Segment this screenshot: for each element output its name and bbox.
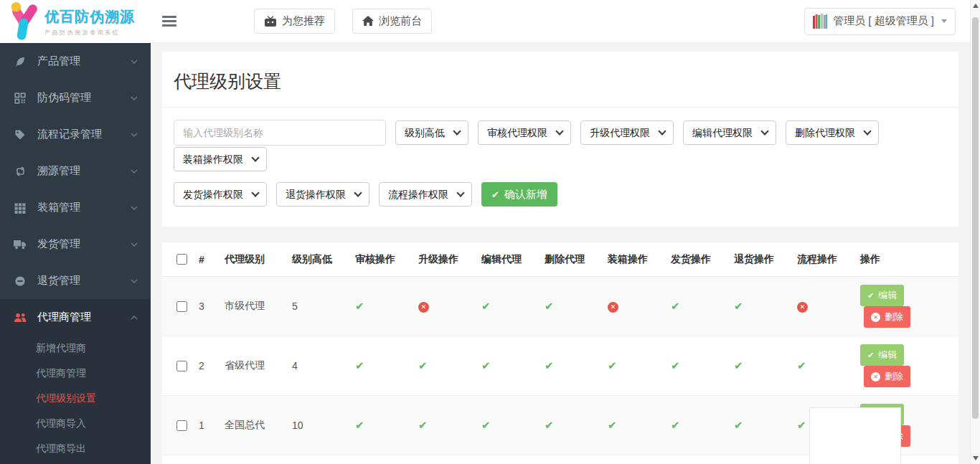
permission-granted-icon: ✔ xyxy=(355,359,364,371)
sidebar-item-agent-import[interactable]: 代理商导入 xyxy=(0,411,151,436)
confirm-add-button[interactable]: ✔ 确认新增 xyxy=(481,182,557,207)
permission-granted-icon: ✔ xyxy=(608,419,617,431)
edit-permission-select-wrap: 编辑代理权限 xyxy=(683,120,776,145)
qrcode-icon xyxy=(13,93,27,104)
level-rank: 5 xyxy=(288,277,351,336)
permission-granted-icon: ✔ xyxy=(418,359,428,371)
permission-granted-icon: ✔ xyxy=(734,359,743,371)
permission-granted-icon: ✔ xyxy=(608,359,617,371)
column-header: 升级操作 xyxy=(414,242,477,277)
sidebar-item-security-code-management[interactable]: 防伪码管理 xyxy=(0,80,151,116)
truck-icon xyxy=(13,240,27,250)
sidebar-item-process-record-management[interactable]: 流程记录管理 xyxy=(0,116,151,153)
page-title: 代理级别设置 xyxy=(162,52,958,107)
select-all-checkbox[interactable] xyxy=(176,254,187,265)
upgrade-permission-select-wrap: 升级代理权限 xyxy=(580,120,674,145)
row-id: 1 xyxy=(194,396,220,455)
edit-button[interactable]: ✔编辑 xyxy=(860,285,904,306)
filter-row-1: 级别高低审核代理权限升级代理权限编辑代理权限删除代理权限 xyxy=(174,120,947,146)
shipping-permission-select[interactable]: 发货操作权限 xyxy=(174,182,267,207)
sidebar-item-label: 退货管理 xyxy=(37,274,121,288)
sidebar-item-product-management[interactable]: 产品管理 xyxy=(0,43,151,80)
row-checkbox[interactable] xyxy=(176,420,187,431)
check-icon: ✔ xyxy=(867,351,874,360)
recommend-button[interactable]: 为您推荐 xyxy=(254,9,335,34)
column-header: 代理级别 xyxy=(220,242,288,277)
column-header: # xyxy=(194,242,220,277)
column-header: 流程操作 xyxy=(793,242,856,277)
brand-title: 优百防伪溯源 xyxy=(44,7,135,27)
level-rank-select-wrap: 级别高低 xyxy=(395,120,468,145)
level-name: 市级代理 xyxy=(220,277,288,336)
menu-toggle-icon[interactable] xyxy=(162,14,176,29)
admin-menu[interactable]: 管理员 [ 超级管理员 ] xyxy=(804,8,956,35)
retweet-icon xyxy=(13,166,27,176)
boxing-permission-select[interactable]: 装箱操作权限 xyxy=(174,147,267,171)
overlay-box xyxy=(809,407,901,464)
permission-granted-icon: ✔ xyxy=(797,359,806,371)
caret-down-icon xyxy=(941,19,947,23)
circle-x-icon: ✕ xyxy=(871,372,880,382)
sidebar-item-label: 产品管理 xyxy=(37,55,121,68)
delete-permission-select-wrap: 删除代理权限 xyxy=(786,120,879,145)
level-rank: 4 xyxy=(288,336,351,396)
sidebar-item-agent-level-settings[interactable]: 代理级别设置 xyxy=(0,386,151,411)
column-header: 装箱操作 xyxy=(603,242,666,277)
shipping-permission-select-wrap: 发货操作权限 xyxy=(174,182,267,207)
check-icon: ✔ xyxy=(867,291,874,300)
permission-granted-icon: ✔ xyxy=(797,419,806,431)
permission-granted-icon: ✔ xyxy=(734,300,743,312)
row-checkbox[interactable] xyxy=(176,301,187,312)
delete-permission-select[interactable]: 删除代理权限 xyxy=(786,120,879,145)
filter-panel: 代理级别设置 级别高低审核代理权限升级代理权限编辑代理权限删除代理权限 装箱操作… xyxy=(162,52,958,227)
chevron-down-icon xyxy=(131,133,138,137)
sidebar-item-return-management[interactable]: 退货管理 xyxy=(0,262,151,299)
sidebar-item-shipping-management[interactable]: 发货管理 xyxy=(0,226,151,262)
level-rank-select[interactable]: 级别高低 xyxy=(395,120,468,145)
audit-permission-select[interactable]: 审核代理权限 xyxy=(478,120,571,145)
level-name-input[interactable] xyxy=(174,120,386,146)
row-id: 3 xyxy=(194,277,220,336)
chevron-down-icon xyxy=(131,60,138,64)
sidebar-item-agent-add[interactable]: 新增代理商 xyxy=(0,336,151,361)
process-permission-select[interactable]: 流程操作权限 xyxy=(379,182,472,207)
confirm-add-label: 确认新增 xyxy=(504,188,547,202)
brand-logo[interactable]: 优百防伪溯源 产品防伪溯源查询系统 xyxy=(0,0,151,43)
return-permission-select[interactable]: 退货操作权限 xyxy=(276,182,369,207)
permission-granted-icon: ✔ xyxy=(481,359,491,371)
sidebar-item-trace-management[interactable]: 溯源管理 xyxy=(0,153,151,189)
sidebar-item-label: 溯源管理 xyxy=(37,164,121,178)
front-site-label: 浏览前台 xyxy=(379,14,422,28)
chevron-down-icon xyxy=(131,279,138,283)
sidebar-item-agent-export[interactable]: 代理商导出 xyxy=(0,436,151,461)
scroll-down-icon[interactable] xyxy=(973,456,979,460)
delete-row-button[interactable]: ✕删除 xyxy=(864,306,910,328)
permission-granted-icon: ✔ xyxy=(355,300,364,312)
front-site-button[interactable]: 浏览前台 xyxy=(352,9,432,34)
page-scrollbar[interactable] xyxy=(970,0,980,464)
chevron-down-icon xyxy=(131,242,138,247)
chevron-up-icon xyxy=(131,316,138,320)
edit-button[interactable]: ✔编辑 xyxy=(860,344,904,366)
delete-row-button[interactable]: ✕删除 xyxy=(864,366,910,387)
table-row: 3市级代理5✔✕✔✔✕✔✔✕✔编辑✕删除 xyxy=(162,277,958,336)
row-checkbox[interactable] xyxy=(176,361,187,371)
edit-permission-select[interactable]: 编辑代理权限 xyxy=(683,120,776,145)
sidebar-item-label: 防伪码管理 xyxy=(37,91,121,105)
check-icon: ✔ xyxy=(491,189,499,200)
upgrade-permission-select[interactable]: 升级代理权限 xyxy=(580,120,674,145)
column-header: 发货操作 xyxy=(666,242,730,277)
sidebar-item-agent-manage[interactable]: 代理商管理 xyxy=(0,361,151,386)
scroll-up-icon[interactable] xyxy=(973,4,979,8)
permission-denied-icon: ✕ xyxy=(608,302,618,313)
sidebar-item-agent-management[interactable]: 代理商管理 xyxy=(0,299,151,336)
permission-granted-icon: ✔ xyxy=(545,419,554,431)
books-icon xyxy=(813,14,827,29)
sidebar-item-label: 流程记录管理 xyxy=(37,128,121,141)
permission-granted-icon: ✔ xyxy=(355,419,364,431)
scrollbar-thumb[interactable] xyxy=(972,17,979,419)
tags-icon xyxy=(13,129,27,141)
sidebar-item-boxing-management[interactable]: 装箱管理 xyxy=(0,189,151,226)
filters: 级别高低审核代理权限升级代理权限编辑代理权限删除代理权限 装箱操作权限 发货操作… xyxy=(162,108,958,227)
sidebar-item-label: 发货管理 xyxy=(37,237,121,251)
